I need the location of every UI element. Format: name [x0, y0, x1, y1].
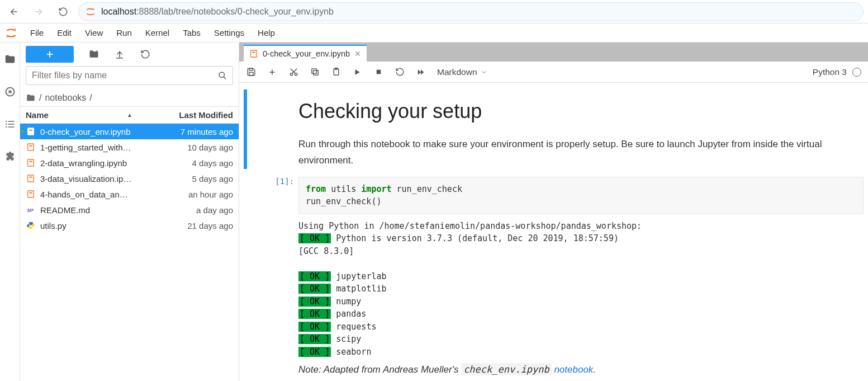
list-icon — [4, 119, 16, 130]
menubar: FileEditViewRunKernelTabsSettingsHelp — [0, 23, 868, 43]
menu-file[interactable]: File — [23, 26, 50, 40]
file-row[interactable]: 1-getting_started_with…10 days ago — [20, 139, 239, 155]
file-modified: 5 days ago — [149, 174, 233, 184]
filebrowser-tab-button[interactable] — [3, 53, 17, 66]
restart-button[interactable] — [395, 67, 405, 77]
svg-rect-32 — [249, 68, 252, 70]
filter-files-input-wrap — [26, 66, 233, 85]
puzzle-icon — [4, 151, 16, 162]
extensions-tab-button[interactable] — [3, 150, 17, 163]
jupyter-logo-icon — [3, 27, 19, 39]
svg-rect-21 — [28, 159, 34, 166]
run-button[interactable] — [352, 67, 362, 77]
cut-icon — [289, 67, 298, 77]
file-modified: a day ago — [149, 205, 233, 215]
plus-icon — [268, 68, 277, 77]
svg-rect-3 — [8, 91, 11, 93]
file-name: 4-hands_on_data_an… — [40, 190, 145, 199]
breadcrumb[interactable]: / notebooks / — [20, 90, 239, 106]
restart-icon — [395, 67, 405, 77]
menu-settings[interactable]: Settings — [207, 26, 251, 40]
cut-button[interactable] — [288, 67, 298, 77]
menu-run[interactable]: Run — [110, 26, 139, 40]
kernel-name[interactable]: Python 3 — [813, 67, 847, 77]
tab-close-button[interactable] — [354, 50, 361, 57]
toc-tab-button[interactable] — [3, 117, 17, 131]
code-cell[interactable]: [1]: from utils import run_env_check run… — [244, 177, 864, 376]
running-tab-button[interactable] — [3, 85, 17, 98]
interrupt-button[interactable] — [373, 67, 383, 77]
notebook-content[interactable]: Checking your setup Run through this not… — [239, 83, 868, 381]
active-cell-indicator — [244, 90, 247, 169]
kernel-status-icon[interactable] — [852, 68, 861, 77]
menu-help[interactable]: Help — [251, 26, 282, 40]
file-modified: 7 minutes ago — [149, 127, 233, 137]
running-icon — [4, 86, 16, 97]
file-row[interactable]: 2-data_wrangling.ipynb4 days ago — [20, 155, 239, 171]
breadcrumb-sep: / — [89, 93, 92, 103]
browser-forward-button[interactable] — [29, 2, 48, 21]
menu-view[interactable]: View — [78, 26, 110, 40]
file-name: 2-data_wrangling.ipynb — [40, 158, 145, 168]
copy-icon — [310, 67, 320, 77]
notebook-icon — [26, 173, 36, 184]
browser-reload-button[interactable] — [54, 2, 73, 21]
paste-button[interactable] — [331, 67, 341, 77]
menu-edit[interactable]: Edit — [50, 26, 78, 40]
chevron-down-icon — [481, 69, 487, 76]
file-row[interactable]: 3-data_visualization.ip…5 days ago — [20, 171, 239, 186]
menu-kernel[interactable]: Kernel — [139, 26, 176, 40]
celltype-select[interactable]: Markdown — [437, 67, 487, 77]
upload-icon — [115, 49, 125, 59]
restart-run-all-button[interactable] — [416, 67, 426, 77]
file-name: 0-check_your_env.ipynb — [40, 127, 145, 137]
search-icon — [218, 71, 227, 80]
breadcrumb-folder[interactable]: notebooks — [45, 93, 86, 103]
address-bar[interactable]: localhost:8888/lab/tree/notebooks/0-chec… — [78, 2, 864, 21]
svg-point-9 — [6, 126, 7, 128]
file-modified: an hour ago — [149, 190, 233, 199]
file-modified: 10 days ago — [149, 143, 233, 152]
svg-rect-22 — [29, 161, 32, 162]
save-button[interactable] — [246, 67, 256, 77]
upload-button[interactable] — [114, 49, 125, 60]
notebook-icon — [26, 189, 36, 199]
svg-rect-40 — [313, 70, 318, 76]
svg-marker-46 — [418, 69, 421, 74]
file-row[interactable]: utils.py21 days ago — [20, 218, 239, 233]
file-modified: 21 days ago — [149, 221, 233, 231]
breadcrumb-sep: / — [39, 93, 41, 103]
svg-marker-44 — [355, 69, 360, 74]
file-browser-toolbar — [20, 43, 239, 66]
url-host: localhost — [101, 7, 136, 16]
menu-tabs[interactable]: Tabs — [176, 26, 207, 40]
new-folder-button[interactable] — [88, 49, 99, 60]
file-name: utils.py — [40, 221, 145, 231]
notebook-toolbar: Markdown Python 3 — [239, 62, 868, 83]
paste-icon — [331, 67, 341, 77]
play-icon — [353, 68, 361, 76]
file-list-header[interactable]: Name ▲ Last Modified — [20, 106, 239, 124]
code-input[interactable]: from utils import run_env_check run_env_… — [298, 177, 864, 214]
notebook-link[interactable]: notebook — [552, 364, 594, 375]
svg-point-15 — [219, 72, 224, 77]
new-launcher-button[interactable] — [26, 46, 74, 63]
notebook-tab[interactable]: 0-check_your_env.ipynb — [244, 45, 367, 62]
notebook-icon — [26, 126, 36, 137]
markdown-cell[interactable]: Checking your setup Run through this not… — [244, 90, 864, 169]
svg-rect-26 — [29, 192, 32, 194]
browser-back-button[interactable] — [4, 2, 23, 21]
svg-rect-45 — [376, 70, 381, 74]
svg-marker-47 — [421, 69, 424, 74]
file-row[interactable]: MREADME.mda day ago — [20, 202, 239, 218]
file-row[interactable]: 0-check_your_env.ipynb7 minutes ago — [20, 124, 239, 139]
refresh-button[interactable] — [140, 49, 151, 60]
insert-cell-button[interactable] — [267, 67, 277, 77]
close-icon — [354, 50, 361, 57]
file-row[interactable]: 4-hands_on_data_an…an hour ago — [20, 186, 239, 202]
file-name: 3-data_visualization.ip… — [40, 174, 145, 184]
copy-button[interactable] — [310, 67, 320, 77]
reload-icon — [58, 7, 68, 17]
folder-icon — [4, 53, 16, 65]
filter-files-input[interactable] — [32, 70, 218, 81]
